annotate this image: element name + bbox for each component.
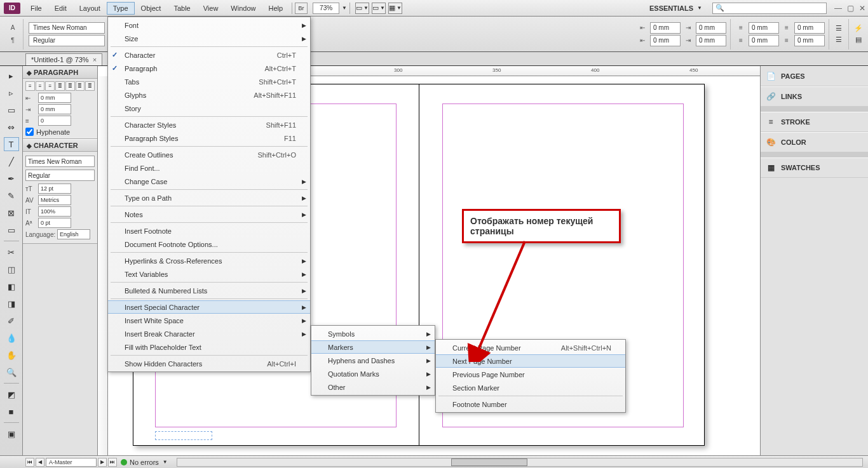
mi-doc-footnote-options[interactable]: Document Footnote Options... bbox=[108, 237, 310, 251]
char-kerning[interactable] bbox=[38, 195, 71, 205]
mi-paragraph[interactable]: ✓ParagraphAlt+Ctrl+T bbox=[108, 62, 310, 75]
document-tab[interactable]: *Untitled-1 @ 73%× bbox=[25, 53, 102, 65]
mi-other[interactable]: Other▶ bbox=[311, 380, 435, 394]
mi-insert-footnote[interactable]: Insert Footnote bbox=[108, 224, 310, 237]
direct-selection-tool[interactable]: ▹ bbox=[4, 86, 19, 100]
mi-previous-page-number[interactable]: Previous Page Number bbox=[436, 368, 625, 381]
char-size[interactable] bbox=[38, 184, 71, 194]
char-font-style[interactable] bbox=[25, 170, 95, 181]
mi-fill-placeholder[interactable]: Fill with Placeholder Text bbox=[108, 340, 310, 354]
char-scale[interactable] bbox=[38, 206, 71, 217]
mi-current-page-number[interactable]: Current Page NumberAlt+Shift+Ctrl+N bbox=[436, 341, 625, 354]
justify-all[interactable]: ≣ bbox=[85, 81, 95, 91]
mi-hyphens[interactable]: Hyphens and Dashes▶ bbox=[311, 354, 435, 367]
zoom-control[interactable]: ▼ bbox=[313, 3, 347, 14]
apply-color-tool[interactable]: ■ bbox=[4, 404, 19, 418]
close-tab-icon[interactable]: × bbox=[93, 56, 97, 64]
ctrl-val-1[interactable]: 0 mm bbox=[650, 22, 681, 34]
zoom-input[interactable] bbox=[313, 3, 339, 14]
character-panel-header[interactable]: ◆ CHARACTER bbox=[23, 139, 97, 152]
flyout-icon[interactable]: ▤ bbox=[853, 35, 864, 45]
paragraph-panel-header[interactable]: ◆ PARAGRAPH bbox=[23, 66, 97, 79]
note-tool[interactable]: ✐ bbox=[4, 314, 19, 328]
workspace-switcher[interactable]: ESSENTIALS ▼ bbox=[644, 3, 707, 13]
mi-character[interactable]: ✓CharacterCtrl+T bbox=[108, 48, 310, 62]
mi-story[interactable]: Story bbox=[108, 102, 310, 115]
mi-symbols[interactable]: Symbols▶ bbox=[311, 327, 435, 340]
mi-text-variables[interactable]: Text Variables▶ bbox=[108, 267, 310, 281]
mi-notes[interactable]: Notes▶ bbox=[108, 208, 310, 221]
align-center[interactable]: ≡ bbox=[36, 81, 45, 91]
menu-object[interactable]: Object bbox=[135, 2, 168, 15]
first-line-indent-field[interactable] bbox=[38, 104, 71, 114]
stroke-panel[interactable]: ≡STROKE bbox=[761, 112, 868, 132]
minimize-button[interactable]: — bbox=[832, 3, 844, 14]
menu-type[interactable]: Type bbox=[107, 2, 135, 15]
mi-size[interactable]: Size▶ bbox=[108, 32, 310, 45]
mi-tabs[interactable]: TabsShift+Ctrl+T bbox=[108, 75, 310, 88]
font-style-field[interactable]: Regular bbox=[29, 35, 105, 46]
zoom-tool[interactable]: 🔍 bbox=[4, 365, 19, 379]
hyphenate-checkbox[interactable]: Hyphenate bbox=[25, 128, 95, 136]
char-mode-icon[interactable]: A bbox=[6, 22, 19, 34]
menu-view[interactable]: View bbox=[197, 2, 225, 15]
char-language[interactable] bbox=[57, 229, 90, 239]
page-tool[interactable]: ▭ bbox=[4, 103, 19, 117]
ctrl-val-6[interactable]: 0 mm bbox=[794, 22, 825, 34]
mi-markers[interactable]: Markers▶ bbox=[311, 340, 435, 354]
mi-glyphs[interactable]: GlyphsAlt+Shift+F11 bbox=[108, 88, 310, 102]
search-input[interactable]: 🔍 bbox=[712, 3, 827, 14]
page-field[interactable] bbox=[46, 458, 97, 467]
hand-tool[interactable]: ✋ bbox=[4, 348, 19, 362]
mi-next-page-number[interactable]: Next Page Number bbox=[436, 354, 625, 368]
fill-stroke-tool[interactable]: ◩ bbox=[4, 387, 19, 401]
rectangle-frame-tool[interactable]: ⊠ bbox=[4, 206, 19, 220]
numbered-list-icon[interactable]: ☰ bbox=[833, 23, 844, 34]
menu-edit[interactable]: Edit bbox=[48, 2, 73, 15]
ctrl-val-3[interactable]: 0 mm bbox=[650, 35, 681, 46]
char-font-family[interactable] bbox=[25, 156, 95, 167]
view-mode-2[interactable]: ▭▼ bbox=[372, 3, 386, 14]
menu-file[interactable]: File bbox=[24, 2, 48, 15]
close-button[interactable]: ✕ bbox=[857, 3, 868, 14]
char-baseline[interactable] bbox=[38, 218, 71, 228]
color-panel[interactable]: 🎨COLOR bbox=[761, 132, 868, 152]
pen-tool[interactable]: ✒ bbox=[4, 171, 19, 185]
justify-center[interactable]: ≣ bbox=[65, 81, 75, 91]
mi-change-case[interactable]: Change Case▶ bbox=[108, 175, 310, 188]
preflight-status[interactable]: No errors ▼ bbox=[121, 458, 168, 466]
free-transform-tool[interactable]: ◫ bbox=[4, 262, 19, 276]
ctrl-val-5[interactable]: 0 mm bbox=[749, 22, 779, 34]
restore-button[interactable]: ▢ bbox=[844, 3, 857, 14]
menu-help[interactable]: Help bbox=[262, 2, 289, 15]
menu-table[interactable]: Table bbox=[167, 2, 196, 15]
mi-hyperlinks[interactable]: Hyperlinks & Cross-References▶ bbox=[108, 254, 310, 267]
bridge-button[interactable]: Br bbox=[295, 3, 308, 14]
scissors-tool[interactable]: ✂ bbox=[4, 245, 19, 259]
align-right[interactable]: ≡ bbox=[45, 81, 55, 91]
align-left[interactable]: ≡ bbox=[25, 81, 35, 91]
swatches-panel[interactable]: ▦SWATCHES bbox=[761, 157, 868, 178]
mi-show-hidden[interactable]: Show Hidden CharactersAlt+Ctrl+I bbox=[108, 357, 310, 370]
text-frame[interactable] bbox=[155, 431, 212, 440]
line-tool[interactable]: ╱ bbox=[4, 154, 19, 168]
selection-tool[interactable]: ▸ bbox=[4, 69, 19, 83]
bulleted-list-icon[interactable]: ☰ bbox=[833, 35, 844, 45]
menu-layout[interactable]: Layout bbox=[73, 2, 107, 15]
mi-char-styles[interactable]: Character StylesShift+F11 bbox=[108, 118, 310, 131]
pencil-tool[interactable]: ✎ bbox=[4, 189, 19, 203]
left-indent-field[interactable] bbox=[38, 93, 71, 103]
horizontal-scrollbar[interactable] bbox=[177, 458, 863, 467]
screen-mode-tool[interactable]: ▣ bbox=[4, 427, 19, 441]
justify-right[interactable]: ≣ bbox=[76, 81, 85, 91]
gradient-swatch-tool[interactable]: ◧ bbox=[4, 279, 19, 293]
font-family-field[interactable]: Times New Roman bbox=[29, 22, 105, 34]
mi-insert-break[interactable]: Insert Break Character▶ bbox=[108, 327, 310, 340]
page-navigator[interactable]: ⏮◀ ▶⏭ bbox=[25, 458, 117, 467]
ctrl-val-4[interactable]: 0 mm bbox=[696, 35, 726, 46]
mi-font[interactable]: Font▶ bbox=[108, 18, 310, 32]
justify-left[interactable]: ≣ bbox=[55, 81, 65, 91]
gradient-feather-tool[interactable]: ◨ bbox=[4, 297, 19, 311]
mi-find-font[interactable]: Find Font... bbox=[108, 161, 310, 175]
para-mode-icon[interactable]: ¶ bbox=[6, 35, 19, 46]
